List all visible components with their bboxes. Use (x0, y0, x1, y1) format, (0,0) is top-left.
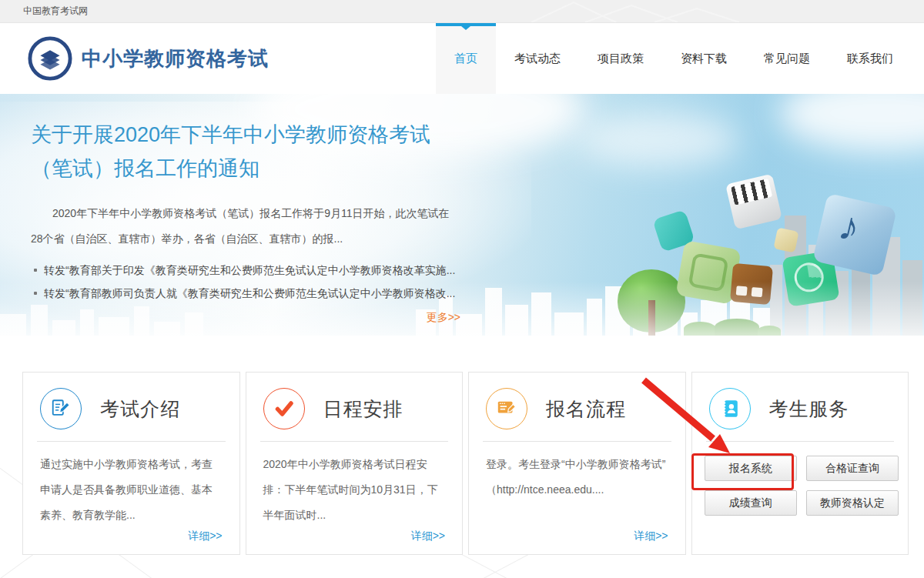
card-head: 考生服务 (692, 373, 909, 429)
services-section: 考试介绍 通过实施中小学教师资格考试，考查申请人是否具备教师职业道德、基本素养、… (0, 336, 924, 578)
nav-item-policies[interactable]: 项目政策 (579, 23, 662, 94)
teacher-qualification-button[interactable]: 教师资格认定 (806, 490, 899, 516)
card-head: 考试介绍 (23, 373, 239, 429)
card-head: 报名流程 (469, 373, 685, 429)
detail-link[interactable]: 详细>> (634, 530, 668, 543)
bush (715, 319, 759, 336)
news-list: 转发“教育部关于印发《教育类研究生和公费师范生免试认定中小学教师资格改革实施..… (31, 259, 460, 305)
divider (37, 441, 226, 442)
bush (684, 322, 716, 336)
card-body: 2020年中小学教师资格考试日程安排：下半年笔试时间为10月31日，下半年面试时… (263, 452, 446, 528)
card-head: 日程安排 (246, 373, 463, 429)
banner-content: 关于开展2020年下半年中小学教师资格考试（笔试）报名工作的通知 2020年下半… (31, 119, 460, 325)
bullet-dot (34, 292, 37, 295)
card-title: 日程安排 (323, 396, 403, 422)
card-title: 报名流程 (546, 396, 626, 422)
card-body: 登录。考生登录“中小学教师资格考试”（http://ntce.neea.edu.… (486, 452, 668, 503)
news-link[interactable]: 转发“教育部关于印发《教育类研究生和公费师范生免试认定中小学教师资格改革实施..… (31, 259, 460, 282)
nav-item-exam-news[interactable]: 考试动态 (496, 23, 579, 94)
main-nav: 首页 考试动态 项目政策 资料下载 常见问题 联系我们 (436, 23, 912, 94)
cube-beige (773, 227, 798, 252)
cube-clock-brown (730, 263, 773, 305)
score-query-button[interactable]: 成绩查询 (705, 490, 797, 516)
bullet-dot (34, 269, 37, 272)
signup-system-button[interactable]: 报名系统 (705, 456, 797, 481)
book-logo-icon (28, 36, 72, 81)
card-exam-intro: 考试介绍 通过实施中小学教师资格考试，考查申请人是否具备教师职业道德、基本素养、… (22, 372, 240, 555)
notebook-person-icon (709, 388, 751, 429)
nav-item-faq[interactable]: 常见问题 (745, 23, 829, 94)
more-link[interactable]: 更多>> (31, 311, 460, 325)
checkmark-icon (263, 388, 305, 429)
service-buttons: 报名系统 合格证查询 成绩查询 教师资格认定 (705, 456, 899, 516)
bush (758, 326, 781, 336)
card-signup-flow: 报名流程 登录。考生登录“中小学教师资格考试”（http://ntce.neea… (468, 372, 686, 555)
cloud (778, 94, 924, 152)
hero-banner: ♪ 关于开展2020年下半年中小学教师资格考试（笔试）报名工作的通知 2020年… (0, 94, 924, 336)
card-title: 考生服务 (769, 396, 849, 422)
cards-row: 考试介绍 通过实施中小学教师资格考试，考查申请人是否具备教师职业道德、基本素养、… (22, 372, 909, 555)
topbar: 中国教育考试网 (0, 0, 924, 23)
nav-item-home[interactable]: 首页 (436, 23, 496, 94)
site-logo (28, 36, 72, 81)
document-pencil-icon (40, 388, 82, 429)
card-title: 考试介绍 (100, 396, 180, 422)
card-candidate-services: 考生服务 报名系统 合格证查询 成绩查询 教师资格认定 (691, 372, 909, 555)
nav-item-contact[interactable]: 联系我们 (829, 23, 912, 94)
site-name-link[interactable]: 中国教育考试网 (23, 0, 88, 22)
tree-trunk (648, 300, 655, 336)
divider (260, 441, 449, 442)
announcement-summary: 2020年下半年中小学教师资格考试（笔试）报名工作将于9月11日开始，此次笔试在… (31, 201, 460, 250)
news-link[interactable]: 转发“教育部教师司负责人就《教育类研究生和公费师范生免试认定中小学教师资格改..… (31, 282, 460, 305)
form-pencil-icon (486, 388, 527, 429)
card-body: 通过实施中小学教师资格考试，考查申请人是否具备教师职业道德、基本素养、教育教学能… (40, 452, 223, 528)
cloud (578, 113, 739, 167)
mountain-pattern-icon (531, 1, 762, 22)
site-title: 中小学教师资格考试 (82, 45, 269, 72)
music-note-icon: ♪ (835, 202, 865, 251)
certificate-query-button[interactable]: 合格证查询 (806, 456, 899, 481)
header: 中小学教师资格考试 首页 考试动态 项目政策 资料下载 常见问题 联系我们 (0, 23, 924, 94)
nav-item-downloads[interactable]: 资料下载 (662, 23, 745, 94)
detail-link[interactable]: 详细>> (188, 530, 222, 543)
divider (483, 441, 671, 442)
card-schedule: 日程安排 2020年中小学教师资格考试日程安排：下半年笔试时间为10月31日，下… (246, 372, 464, 555)
detail-link[interactable]: 详细>> (411, 530, 445, 543)
announcement-title[interactable]: 关于开展2020年下半年中小学教师资格考试（笔试）报名工作的通知 (31, 119, 460, 185)
divider (706, 441, 895, 442)
